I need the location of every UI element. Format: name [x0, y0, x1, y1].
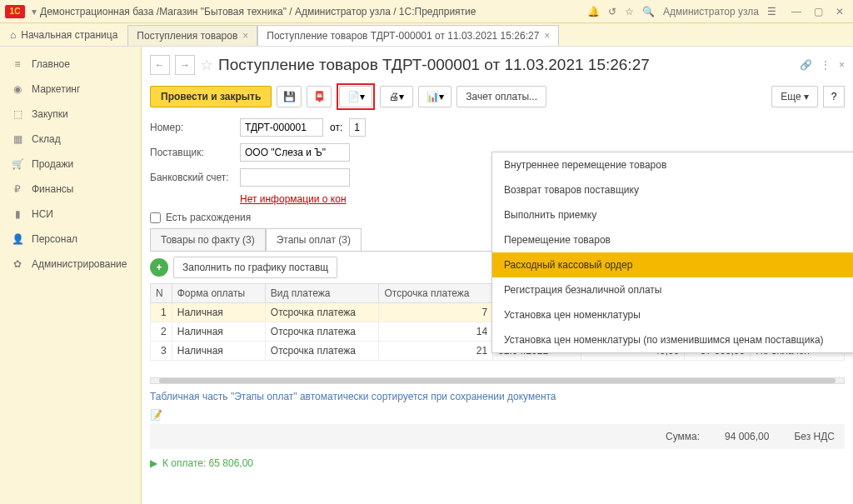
print-button[interactable]: 🖨▾ [380, 86, 413, 107]
supplier-field[interactable] [240, 143, 350, 162]
content: ← → ☆ Поступление товаров ТДРТ-000001 от… [142, 47, 853, 504]
app-title: Демонстрационная база /Магазин "Бытовая … [40, 6, 587, 17]
close-doc-button[interactable]: × [839, 59, 845, 71]
sidebar-icon: 👤 [12, 233, 23, 245]
more-button[interactable]: Еще ▾ [771, 86, 818, 107]
tab-label: Поступления товаров [137, 30, 237, 42]
bell-icon[interactable]: 🔔 [587, 6, 600, 17]
sidebar-icon: 🛒 [12, 158, 23, 170]
note-icon[interactable]: 📝 [150, 409, 162, 421]
sidebar-label: Финансы [32, 183, 73, 195]
tab-receipts[interactable]: Поступления товаров × [127, 25, 257, 46]
close-icon[interactable]: × [544, 30, 550, 42]
sidebar-item[interactable]: ₽Финансы [0, 177, 141, 202]
create-based-on-button[interactable]: 📄▾ [339, 86, 372, 107]
number-label: Номер: [150, 122, 233, 133]
supplier-label: Поставщик: [150, 147, 233, 158]
sidebar-item[interactable]: ✿Администрирование [0, 252, 141, 277]
tab-document[interactable]: Поступление товаров ТДРТ-000001 от 11.03… [257, 25, 559, 46]
create-based-on-menu: Внутреннее перемещение товаровВозврат то… [491, 152, 853, 353]
more-vert-icon[interactable]: ⋮ [821, 59, 831, 71]
sidebar-label: Закупки [32, 108, 68, 120]
number-field[interactable] [240, 118, 323, 137]
tabbar: ⌂ Начальная страница Поступления товаров… [0, 23, 853, 47]
date-field[interactable] [349, 118, 366, 137]
sidebar-label: Склад [32, 133, 61, 145]
sidebar-item[interactable]: ◉Маркетинг [0, 77, 141, 102]
help-button[interactable]: ? [823, 86, 845, 107]
discrepancies-label: Есть расхождения [166, 212, 251, 223]
search-icon[interactable]: 🔍 [642, 6, 655, 17]
discrepancies-checkbox[interactable] [150, 212, 161, 223]
menu-item[interactable]: Расходный кассовый ордер [492, 252, 853, 277]
sidebar-item[interactable]: ▮НСИ [0, 202, 141, 227]
post-and-close-button[interactable]: Провести и закрыть [150, 86, 272, 107]
star-icon[interactable]: ☆ [625, 6, 634, 17]
fill-by-schedule-button[interactable]: Заполнить по графику поставщ [173, 257, 337, 278]
favorite-star-icon[interactable]: ☆ [200, 56, 213, 74]
maximize-button[interactable]: ▢ [810, 5, 826, 18]
sort-note: Табличная часть "Этапы оплат" автоматиче… [150, 391, 845, 402]
sidebar-icon: ▮ [12, 208, 23, 220]
forward-button[interactable]: → [175, 55, 195, 75]
column-header[interactable]: N [151, 284, 172, 303]
to-pay-link[interactable]: ▶К оплате: 65 806,00 [150, 457, 845, 469]
sidebar-label: Персонал [32, 233, 77, 245]
offset-payment-button[interactable]: Зачет оплаты... [456, 86, 546, 107]
sidebar-label: Администрирование [32, 258, 127, 270]
tab-payment-stages[interactable]: Этапы оплат (3) [266, 228, 362, 251]
title-dropdown-icon[interactable]: ▾ [32, 6, 37, 17]
sidebar-icon: ⬚ [12, 108, 23, 120]
sidebar-item[interactable]: ⬚Закупки [0, 102, 141, 127]
menu-item[interactable]: Возврат товаров поставщику [492, 177, 853, 202]
sidebar-label: Продажи [32, 158, 73, 170]
sidebar-item[interactable]: 👤Персонал [0, 227, 141, 252]
title-tools: 🔔 ↺ ☆ 🔍 Администратор узла ☰ [587, 6, 776, 17]
menu-item[interactable]: Установка цен номенклатуры [492, 302, 853, 327]
footer-summary: Сумма: 94 006,00 Без НДС [150, 424, 845, 449]
main-toolbar: Провести и закрыть 💾 📮 📄▾ 🖨▾ 📊▾ Зачет оп… [150, 83, 845, 110]
settings-icon[interactable]: ☰ [767, 6, 776, 17]
close-icon[interactable]: × [242, 30, 248, 42]
sidebar-label: Маркетинг [32, 83, 80, 95]
home-tab[interactable]: ⌂ Начальная страница [0, 23, 127, 46]
sidebar-icon: ₽ [12, 183, 23, 195]
nds-label: Без НДС [794, 431, 835, 442]
menu-item[interactable]: Перемещение товаров [492, 227, 853, 252]
horizontal-scrollbar[interactable] [150, 377, 845, 384]
tab-goods[interactable]: Товары по факту (3) [150, 228, 266, 251]
menu-item[interactable]: Установка цен номенклатуры (по изменивши… [492, 327, 853, 352]
bank-account-field[interactable] [240, 168, 350, 187]
history-icon[interactable]: ↺ [608, 6, 616, 17]
column-header[interactable]: Форма оплаты [172, 284, 265, 303]
bank-account-label: Банковский счет: [150, 172, 233, 183]
tab-label: Поступление товаров ТДРТ-000001 от 11.03… [267, 30, 539, 42]
close-window-button[interactable]: ✕ [831, 5, 848, 18]
minimize-button[interactable]: — [788, 5, 805, 18]
titlebar: 1C ▾ Демонстрационная база /Магазин "Быт… [0, 0, 853, 23]
logo-1c: 1C [5, 5, 25, 18]
sidebar-icon: ◉ [12, 83, 23, 95]
contact-warning-link[interactable]: Нет информации о кон [240, 193, 347, 205]
menu-item[interactable]: Выполнить приемку [492, 202, 853, 227]
link-icon[interactable]: 🔗 [800, 59, 812, 71]
document-title: Поступление товаров ТДРТ-000001 от 11.03… [218, 56, 795, 74]
menu-item[interactable]: Регистрация безналичной оплаты [492, 277, 853, 302]
report-button[interactable]: 📊▾ [418, 86, 451, 107]
sidebar-label: Главное [32, 58, 70, 70]
user-label[interactable]: Администратор узла [663, 6, 759, 17]
post-button[interactable]: 📮 [307, 86, 332, 107]
add-row-button[interactable]: + [150, 258, 168, 277]
sidebar-label: НСИ [32, 208, 53, 220]
menu-item[interactable]: Внутреннее перемещение товаров [492, 152, 853, 177]
save-button[interactable]: 💾 [277, 86, 302, 107]
back-button[interactable]: ← [150, 55, 170, 75]
sidebar-icon: ▦ [12, 133, 23, 145]
sidebar-item[interactable]: ▦Склад [0, 127, 141, 152]
sidebar-item[interactable]: 🛒Продажи [0, 152, 141, 177]
sidebar-item[interactable]: ≡Главное [0, 52, 141, 77]
home-label: Начальная страница [21, 29, 117, 41]
column-header[interactable]: Вид платежа [265, 284, 379, 303]
home-icon: ⌂ [10, 29, 16, 41]
column-header[interactable]: Отсрочка платежа [379, 284, 493, 303]
